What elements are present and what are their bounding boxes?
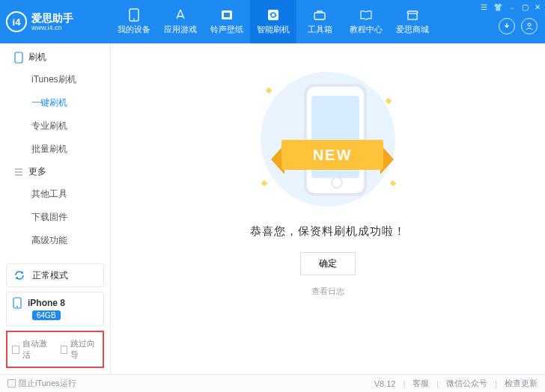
device-name: iPhone 8 (28, 298, 65, 308)
sidebar-item-oneclick-flash[interactable]: 一键刷机 (0, 91, 110, 114)
menu-icon (13, 167, 24, 177)
checkbox-label: 阻止iTunes运行 (19, 378, 76, 389)
store-icon (406, 8, 419, 22)
main-panel: NEW 恭喜您，保资料刷机成功啦！ 确定 查看日志 (111, 43, 545, 374)
close-icon[interactable]: ✕ (535, 3, 541, 13)
device-card[interactable]: iPhone 8 64GB (6, 292, 104, 326)
window-controls: ☰ 👕 － ▢ ✕ (481, 3, 541, 13)
tab-label: 应用游戏 (164, 24, 197, 35)
svg-rect-8 (15, 52, 22, 63)
tab-label: 教程中心 (350, 24, 383, 35)
svg-rect-3 (224, 13, 230, 17)
success-message: 恭喜您，保资料刷机成功啦！ (250, 224, 406, 239)
sidebar-item-other-tools[interactable]: 其他工具 (0, 183, 110, 206)
brand-url: www.i4.cn (31, 24, 73, 32)
apps-icon (174, 8, 187, 22)
status-bar: 阻止iTunes运行 V8.12 | 客服 | 微信公众号 | 检查更新 (0, 374, 545, 392)
tab-my-device[interactable]: 我的设备 (111, 0, 157, 43)
tab-smart-flash[interactable]: 智能刷机 (250, 0, 296, 43)
svg-point-1 (133, 19, 135, 20)
support-link[interactable]: 客服 (412, 378, 429, 389)
phone-small-icon (13, 297, 22, 309)
music-icon (220, 8, 234, 22)
checkbox-icon (7, 379, 16, 388)
svg-rect-4 (268, 10, 278, 20)
sidebar-item-pro-flash[interactable]: 专业刷机 (0, 114, 110, 138)
checkbox-auto-activate[interactable]: 自动激活 (12, 338, 50, 361)
download-icon[interactable] (499, 18, 515, 34)
refresh-icon (13, 269, 26, 282)
brand-title: 爱思助手 (31, 12, 73, 24)
app-header: i4 爱思助手 www.i4.cn 我的设备 应用游戏 铃声壁纸 智能刷机 工具… (0, 0, 545, 43)
book-icon (359, 8, 373, 22)
header-right: ☰ 👕 － ▢ ✕ (481, 0, 545, 43)
wechat-link[interactable]: 微信公众号 (446, 378, 487, 389)
flash-icon (267, 8, 280, 22)
tab-label: 铃声壁纸 (210, 24, 243, 35)
top-tabs: 我的设备 应用游戏 铃声壁纸 智能刷机 工具箱 教程中心 爱思商城 (111, 0, 436, 43)
tab-store[interactable]: 爱思商城 (389, 0, 436, 43)
tab-toolbox[interactable]: 工具箱 (296, 0, 343, 43)
tab-label: 工具箱 (308, 24, 332, 35)
svg-rect-5 (314, 13, 325, 19)
ok-button[interactable]: 确定 (300, 252, 356, 275)
sidebar-item-advanced[interactable]: 高级功能 (0, 229, 110, 252)
sidebar-item-batch-flash[interactable]: 批量刷机 (0, 138, 110, 161)
toolbox-icon (313, 8, 326, 22)
maximize-icon[interactable]: ▢ (522, 3, 529, 13)
brand-text: 爱思助手 www.i4.cn (31, 12, 73, 32)
version-label: V8.12 (374, 379, 396, 388)
sidebar-group-title: 刷机 (28, 51, 46, 64)
checkbox-icon (61, 346, 68, 354)
sidebar: 刷机 iTunes刷机 一键刷机 专业刷机 批量刷机 更多 其他工具 下载固件 … (0, 43, 111, 374)
checkbox-icon (12, 346, 19, 354)
svg-point-10 (16, 306, 18, 307)
tab-label: 我的设备 (118, 24, 150, 35)
svg-point-7 (528, 23, 531, 26)
phone-outline-icon (13, 52, 24, 63)
storage-badge: 64GB (32, 310, 61, 320)
sidebar-item-itunes-flash[interactable]: iTunes刷机 (0, 68, 110, 91)
update-link[interactable]: 检查更新 (505, 378, 538, 389)
options-highlight-box: 自动激活 跳过向导 (6, 331, 104, 368)
checkbox-skip-guide[interactable]: 跳过向导 (61, 338, 99, 361)
view-log-link[interactable]: 查看日志 (311, 286, 344, 297)
mode-card[interactable]: 正常模式 (6, 263, 104, 287)
ribbon-text: NEW (281, 140, 383, 170)
svg-rect-6 (408, 13, 417, 19)
tab-label: 爱思商城 (396, 24, 429, 35)
tab-ringtones[interactable]: 铃声壁纸 (204, 0, 250, 43)
tab-apps[interactable]: 应用游戏 (157, 0, 204, 43)
phone-icon (127, 8, 141, 22)
sidebar-group-flash: 刷机 (0, 51, 110, 64)
minimize-icon[interactable]: － (508, 3, 516, 13)
mode-label: 正常模式 (32, 269, 68, 282)
brand-logo-icon: i4 (6, 11, 27, 32)
settings-icon[interactable]: ☰ (481, 3, 487, 13)
tab-label: 智能刷机 (257, 24, 290, 35)
brand: i4 爱思助手 www.i4.cn (0, 0, 111, 43)
sidebar-group-more: 更多 (0, 165, 110, 178)
tab-tutorials[interactable]: 教程中心 (343, 0, 389, 43)
sidebar-group-title: 更多 (28, 165, 46, 178)
user-icon[interactable] (521, 18, 538, 34)
sidebar-item-download-firmware[interactable]: 下载固件 (0, 206, 110, 229)
checkbox-label: 跳过向导 (70, 338, 98, 361)
skin-icon[interactable]: 👕 (493, 3, 502, 13)
checkbox-block-itunes[interactable]: 阻止iTunes运行 (7, 378, 76, 389)
checkbox-label: 自动激活 (22, 338, 50, 361)
success-illustration: NEW (231, 69, 425, 211)
